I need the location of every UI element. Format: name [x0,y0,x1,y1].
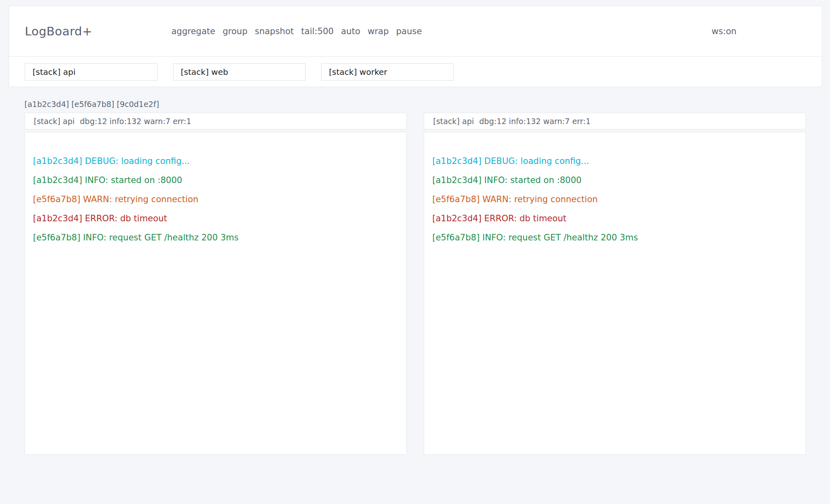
log-line: [a1b2c3d4] DEBUG: loading config... [33,152,398,171]
toolbar-item-group[interactable]: group [223,26,247,36]
request-ids-line: [a1b2c3d4] [e5f6a7b8] [9c0d1e2f] [24,99,806,109]
filter-input-web[interactable] [173,63,306,81]
log-panel-left: [stack] api dbg:12 info:132 warn:7 err:1… [24,113,407,455]
log-line: [a1b2c3d4] DEBUG: loading config... [432,152,797,171]
panel-source-label: [stack] api [433,117,474,126]
panel-level-counts: dbg:12 info:132 warn:7 err:1 [479,117,591,126]
log-line: [a1b2c3d4] INFO: started on :8000 [432,171,797,190]
log-panels: [stack] api dbg:12 info:132 warn:7 err:1… [24,113,806,455]
toolbar: aggregate group snapshot tail:500 auto w… [171,26,712,36]
filter-input-worker[interactable] [321,63,454,81]
app-title: LogBoard+ [25,24,171,38]
toolbar-item-wrap[interactable]: wrap [368,26,389,36]
log-line: [e5f6a7b8] WARN: retrying connection [432,190,797,209]
panel-level-counts: dbg:12 info:132 warn:7 err:1 [80,117,191,126]
log-line: [e5f6a7b8] INFO: request GET /healthz 20… [33,228,398,247]
toolbar-item-tail[interactable]: tail:500 [301,26,334,36]
app-header: LogBoard+ aggregate group snapshot tail:… [9,6,822,56]
websocket-status-toggle[interactable]: ws:on [712,26,806,36]
panel-header: [stack] api dbg:12 info:132 warn:7 err:1 [424,113,806,129]
filter-row [9,56,822,87]
log-line: [e5f6a7b8] WARN: retrying connection [33,190,398,209]
toolbar-item-pause[interactable]: pause [396,26,422,36]
panel-header: [stack] api dbg:12 info:132 warn:7 err:1 [24,113,407,129]
log-line: [a1b2c3d4] ERROR: db timeout [33,209,398,228]
log-stream[interactable]: [a1b2c3d4] DEBUG: loading config... [a1b… [424,132,806,455]
toolbar-item-snapshot[interactable]: snapshot [255,26,294,36]
panel-source-label: [stack] api [34,117,74,126]
filter-input-api[interactable] [25,63,158,81]
log-line: [e5f6a7b8] INFO: request GET /healthz 20… [432,228,797,247]
log-line: [a1b2c3d4] ERROR: db timeout [432,209,797,228]
log-panel-right: [stack] api dbg:12 info:132 warn:7 err:1… [424,113,806,455]
log-stream[interactable]: [a1b2c3d4] DEBUG: loading config... [a1b… [24,132,407,455]
toolbar-item-auto[interactable]: auto [341,26,360,36]
top-card: LogBoard+ aggregate group snapshot tail:… [9,6,822,87]
log-line: [a1b2c3d4] INFO: started on :8000 [33,171,398,190]
toolbar-item-aggregate[interactable]: aggregate [171,26,215,36]
